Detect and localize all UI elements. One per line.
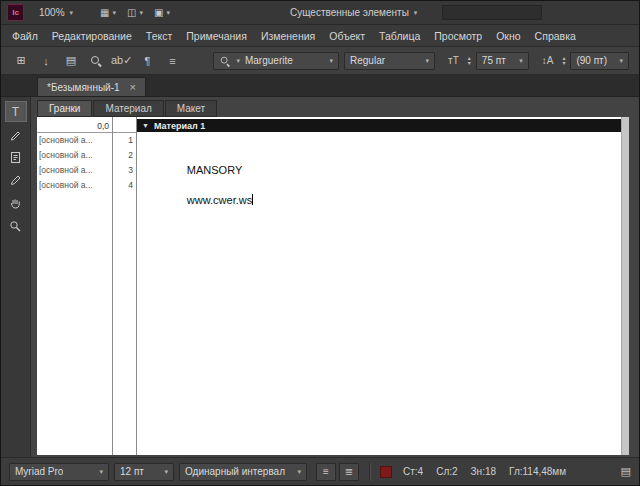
new-document-icon[interactable]: ⊞ <box>11 52 31 70</box>
story-header-row: ▼ Материал 1 <box>137 117 621 133</box>
find-button[interactable] <box>86 52 106 70</box>
menu-item[interactable]: Примечания <box>179 27 254 45</box>
notes-tool[interactable] <box>5 124 27 145</box>
chevron-down-icon: ▾ <box>236 57 240 64</box>
story-text-line[interactable]: www.cwer.ws <box>137 178 621 193</box>
story-text-line[interactable]: MANSORY <box>137 148 621 163</box>
status-font-value: Myriad Pro <box>15 466 63 477</box>
menu-item[interactable]: Редактирование <box>45 27 139 45</box>
ruler-spacer <box>113 117 136 133</box>
document-tab[interactable]: *Безымянный-1 × <box>37 77 146 96</box>
note-icon <box>9 151 22 164</box>
font-style-combo[interactable]: Regular ▾ <box>344 52 435 70</box>
line-info-icon[interactable]: ≣ <box>339 463 359 481</box>
hidden-characters-icon[interactable]: ¶ <box>137 52 157 70</box>
close-icon[interactable]: × <box>130 82 136 93</box>
arrange-documents-dropdown[interactable]: ▣ ▾ <box>154 7 170 18</box>
zoom-level-dropdown[interactable]: 100% ▾ <box>34 5 78 20</box>
menu-item[interactable]: Справка <box>528 27 583 45</box>
view-tabs: ГранкиМатериалМакет <box>31 97 639 117</box>
line-spacing-combo[interactable]: Одинарный интервал ▾ <box>179 463 307 481</box>
zoom-tool[interactable] <box>5 216 27 237</box>
workspace-name: Существенные элементы <box>290 7 409 18</box>
paragraph-style-label: [основной а... <box>37 133 112 148</box>
type-tool[interactable]: T <box>5 101 27 122</box>
galley-view: 0,0 [основной а...[основной а...[основно… <box>37 117 629 455</box>
chevron-down-icon: ▾ <box>164 468 168 475</box>
document-tab-bar: *Безымянный-1 × <box>1 75 639 97</box>
status-stat: Сл:2 <box>436 466 457 477</box>
leading-combo[interactable]: (90 пт) ▾ <box>570 52 629 70</box>
leading-stepper[interactable]: ▴ ▾ <box>562 56 565 65</box>
font-style-value: Regular <box>350 55 385 66</box>
leading-value: (90 пт) <box>576 55 607 66</box>
status-stat: Зн:18 <box>471 466 496 477</box>
separator <box>369 463 370 481</box>
menu-item[interactable]: Объект <box>322 27 372 45</box>
story-text-column: ▼ Материал 1 MANSORY www.cwer. <box>137 117 621 455</box>
view-controls-group: ▦ ▾ ◫ ▾ ▣ ▾ <box>100 7 181 18</box>
statusbar-right: ▤ <box>621 465 631 478</box>
line-numbers-column: 1234 <box>113 117 137 455</box>
document-title: *Безымянный-1 <box>47 82 120 93</box>
workspace-switcher[interactable]: Существенные элементы ▾ <box>285 5 422 20</box>
leading-icon: ↕A <box>542 55 554 66</box>
menu-item[interactable]: Файл <box>5 27 45 45</box>
hand-icon <box>9 197 22 210</box>
status-font-combo[interactable]: Myriad Pro ▾ <box>9 463 109 481</box>
eyedropper-tool[interactable] <box>5 170 27 191</box>
print-icon[interactable]: ▤ <box>61 52 81 70</box>
text-options-icon[interactable]: ≡ <box>162 52 182 70</box>
menu-bar: ФайлРедактированиеТекстПримечанияИзменен… <box>1 25 639 47</box>
font-family-value: Marguerite <box>245 55 293 66</box>
incopy-window: Ic 100% ▾ ▦ ▾ ◫ ▾ ▣ ▾ Существенные элеме… <box>0 0 640 486</box>
view-tab[interactable]: Материал <box>93 100 163 117</box>
tools-panel: T <box>1 97 31 457</box>
vertical-scrollbar[interactable] <box>621 117 629 455</box>
story-info-icon[interactable]: ▤ <box>621 465 631 478</box>
type-tool-icon: T <box>12 105 19 119</box>
arrange-documents-icon: ▣ <box>154 7 163 18</box>
menu-item[interactable]: Таблица <box>372 27 427 45</box>
menu-item[interactable]: Изменения <box>254 27 322 45</box>
status-size-combo[interactable]: 12 пт ▾ <box>114 463 174 481</box>
chevron-down-icon: ▾ <box>99 468 103 475</box>
line-number: 1 <box>113 133 136 148</box>
view-tab[interactable]: Гранки <box>37 100 92 117</box>
status-size-value: 12 пт <box>120 466 144 477</box>
story-editor: ГранкиМатериалМакет 0,0 [основной а...[о… <box>31 97 639 457</box>
note-tool[interactable] <box>5 147 27 168</box>
galley-marks-icon[interactable]: ≡ <box>316 463 336 481</box>
font-size-stepper[interactable]: ▴ ▾ <box>468 56 471 65</box>
story-name: Материал 1 <box>154 121 205 131</box>
menu-item[interactable]: Текст <box>139 27 179 45</box>
menu-item[interactable]: Просмотр <box>427 27 489 45</box>
view-tab[interactable]: Макет <box>165 100 217 117</box>
place-file-icon[interactable]: ↓ <box>36 52 56 70</box>
font-size-combo[interactable]: 75 пт ▾ <box>476 52 529 70</box>
screen-mode-dropdown[interactable]: ◫ ▾ <box>127 7 143 18</box>
status-stat: Гл:114,48мм <box>509 466 566 477</box>
search-input[interactable] <box>447 8 537 18</box>
view-options-dropdown[interactable]: ▦ ▾ <box>100 7 116 18</box>
chevron-down-icon: ▾ <box>297 468 301 475</box>
character-size-icon: тT <box>448 55 459 66</box>
search-box[interactable] <box>442 5 542 20</box>
story-header[interactable]: ▼ Материал 1 <box>137 119 621 132</box>
hand-tool[interactable] <box>5 193 27 214</box>
eyedropper-icon <box>9 174 22 187</box>
main-area: T ГранкиМатериалМакет <box>1 97 639 457</box>
screen-mode-icon: ◫ <box>127 7 136 18</box>
collapse-triangle-icon[interactable]: ▼ <box>142 122 149 129</box>
chevron-down-icon: ▾ <box>140 9 144 16</box>
story-text-line[interactable] <box>137 133 621 148</box>
menu-item[interactable]: Окно <box>489 27 527 45</box>
line-text: www.cwer.ws <box>187 194 252 206</box>
depth-ruler: 0,0 <box>37 117 112 133</box>
paragraph-style-label: [основной а... <box>37 178 112 193</box>
font-family-combo[interactable]: ▾ Marguerite ▾ <box>213 52 339 70</box>
spellcheck-icon[interactable]: ab✓ <box>111 52 132 70</box>
text-cursor <box>252 194 253 205</box>
story-statistics: Ст:4Сл:2Зн:18Гл:114,48мм <box>403 466 579 477</box>
stepper-down-icon: ▾ <box>468 61 471 66</box>
